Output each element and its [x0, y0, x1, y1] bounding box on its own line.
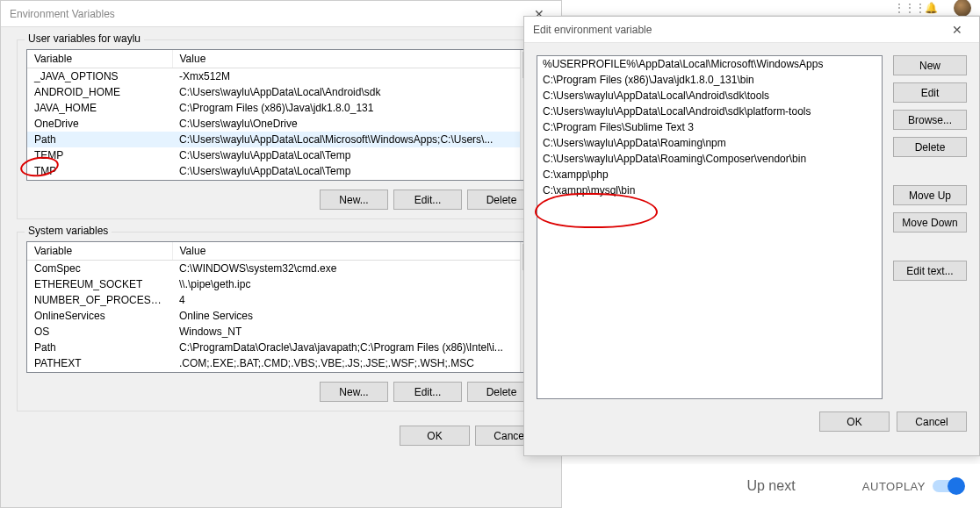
table-row[interactable]: TMPC:\Users\waylu\AppData\Local\Temp: [27, 163, 535, 179]
col-variable[interactable]: Variable: [27, 242, 172, 261]
table-row[interactable]: TEMPC:\Users\waylu\AppData\Local\Temp: [27, 147, 535, 163]
table-row[interactable]: PathC:\ProgramData\Oracle\Java\javapath;…: [27, 340, 535, 355]
var-name: TMP: [27, 163, 172, 179]
system-variables-table[interactable]: Variable Value ComSpecC:\WINDOWS\system3…: [26, 241, 536, 373]
system-variables-label: System variables: [25, 225, 112, 237]
table-row[interactable]: PathC:\Users\waylu\AppData\Local\Microso…: [27, 132, 535, 147]
var-value: C:\Users\waylu\AppData\Local\Temp: [172, 163, 535, 179]
table-row[interactable]: PATHEXT.COM;.EXE;.BAT;.CMD;.VBS;.VBE;.JS…: [27, 355, 535, 371]
table-row[interactable]: ETHEREUM_SOCKET\\.\pipe\geth.ipc: [27, 276, 535, 292]
edit-ok-button[interactable]: OK: [819, 411, 890, 432]
var-value: C:\ProgramData\Oracle\Java\javapath;C:\P…: [172, 340, 535, 355]
edit-text-button[interactable]: Edit text...: [893, 261, 967, 281]
var-value: C:\Users\waylu\AppData\Local\Microsoft\W…: [172, 132, 535, 147]
col-value[interactable]: Value: [172, 242, 535, 261]
var-name: Path: [27, 132, 172, 147]
var-value: Online Services: [172, 308, 535, 324]
user-variables-group: User variables for waylu Variable Value …: [17, 39, 545, 219]
list-item[interactable]: C:\Users\waylu\AppData\Local\Android\sdk…: [537, 104, 882, 119]
delete-button[interactable]: Delete: [893, 137, 967, 157]
var-value: -Xmx512M: [172, 68, 535, 85]
var-name: ETHEREUM_SOCKET: [27, 276, 172, 292]
col-variable[interactable]: Variable: [27, 50, 172, 68]
move-down-button[interactable]: Move Down: [893, 212, 967, 233]
var-value: C:\Users\waylu\AppData\Local\Android\sdk: [172, 84, 535, 100]
var-name: ComSpec: [27, 261, 172, 277]
var-value: C:\Users\waylu\OneDrive: [172, 116, 535, 132]
var-name: NUMBER_OF_PROCESSORS: [27, 292, 172, 308]
path-entries-list[interactable]: %USERPROFILE%\AppData\Local\Microsoft\Wi…: [537, 55, 883, 399]
edit-title: Edit environment variable: [533, 24, 652, 36]
list-item[interactable]: C:\Users\waylu\AppData\Roaming\npm: [537, 135, 882, 151]
environment-variables-dialog: Environment Variables ✕ User variables f…: [0, 0, 562, 508]
var-name: PATHEXT: [27, 355, 172, 371]
table-row[interactable]: JAVA_HOMEC:\Program Files (x86)\Java\jdk…: [27, 100, 535, 116]
env-titlebar[interactable]: Environment Variables ✕: [1, 1, 561, 27]
edit-button[interactable]: Edit: [893, 82, 967, 103]
edit-cancel-button[interactable]: Cancel: [897, 411, 967, 432]
var-name: OnlineServices: [27, 308, 172, 324]
browse-button[interactable]: Browse...: [893, 110, 967, 130]
user-variables-label: User variables for waylu: [25, 32, 144, 45]
table-row[interactable]: OnlineServicesOnline Services: [27, 308, 535, 324]
table-row[interactable]: _JAVA_OPTIONS-Xmx512M: [27, 68, 535, 85]
close-icon[interactable]: ✕: [944, 23, 970, 37]
var-value: C:\Users\waylu\AppData\Local\Temp: [172, 147, 535, 163]
sys-edit-button[interactable]: Edit...: [393, 382, 462, 402]
env-title: Environment Variables: [10, 8, 115, 20]
var-name: JAVA_HOME: [27, 100, 172, 116]
upnext-label: Up next: [746, 478, 795, 494]
var-name: OneDrive: [27, 116, 172, 132]
list-item[interactable]: C:\xampp\mysql\bin: [537, 182, 882, 198]
background-topbar: ⋮⋮⋮ 🔔: [562, 0, 980, 16]
list-item[interactable]: C:\Users\waylu\AppData\Local\Android\sdk…: [537, 88, 882, 104]
autoplay-toggle[interactable]: [933, 480, 962, 492]
edit-env-variable-dialog: Edit environment variable ✕ %USERPROFILE…: [523, 16, 980, 456]
sys-new-button[interactable]: New...: [320, 382, 388, 402]
table-row[interactable]: OneDriveC:\Users\waylu\OneDrive: [27, 116, 535, 132]
edit-titlebar[interactable]: Edit environment variable ✕: [524, 17, 979, 43]
user-variables-table[interactable]: Variable Value _JAVA_OPTIONS-Xmx512MANDR…: [26, 49, 536, 181]
table-row[interactable]: ComSpecC:\WINDOWS\system32\cmd.exe: [27, 261, 535, 277]
system-variables-group: System variables Variable Value ComSpecC…: [17, 232, 545, 411]
table-row[interactable]: ANDROID_HOMEC:\Users\waylu\AppData\Local…: [27, 84, 535, 100]
apps-icon[interactable]: ⋮⋮⋮: [894, 2, 908, 14]
bell-icon[interactable]: 🔔: [924, 2, 938, 14]
var-value: .COM;.EXE;.BAT;.CMD;.VBS;.VBE;.JS;.JSE;.…: [172, 355, 535, 371]
col-value[interactable]: Value: [172, 50, 535, 68]
list-item[interactable]: C:\Users\waylu\AppData\Roaming\Composer\…: [537, 151, 882, 167]
avatar[interactable]: [954, 0, 971, 17]
var-value: Windows_NT: [172, 324, 535, 340]
var-name: ANDROID_HOME: [27, 84, 172, 100]
move-up-button[interactable]: Move Up: [893, 185, 967, 205]
var-value: C:\Program Files (x86)\Java\jdk1.8.0_131: [172, 100, 535, 116]
var-value: 4: [172, 292, 535, 308]
new-button[interactable]: New: [893, 55, 967, 75]
background-upnext-bar: Up next AUTOPLAY: [562, 464, 980, 508]
user-new-button[interactable]: New...: [320, 190, 388, 210]
var-value: C:\WINDOWS\system32\cmd.exe: [172, 261, 535, 277]
table-row[interactable]: OSWindows_NT: [27, 324, 535, 340]
list-item[interactable]: C:\Program Files\Sublime Text 3: [537, 119, 882, 135]
var-name: Path: [27, 340, 172, 355]
var-value: \\.\pipe\geth.ipc: [172, 276, 535, 292]
var-name: OS: [27, 324, 172, 340]
var-name: TEMP: [27, 147, 172, 163]
table-row[interactable]: NUMBER_OF_PROCESSORS4: [27, 292, 535, 308]
user-edit-button[interactable]: Edit...: [393, 190, 462, 210]
autoplay-label: AUTOPLAY: [862, 480, 926, 493]
list-item[interactable]: %USERPROFILE%\AppData\Local\Microsoft\Wi…: [537, 56, 882, 72]
var-name: _JAVA_OPTIONS: [27, 68, 172, 85]
env-ok-button[interactable]: OK: [400, 426, 470, 446]
list-item[interactable]: C:\Program Files (x86)\Java\jdk1.8.0_131…: [537, 72, 882, 88]
list-item[interactable]: C:\xampp\php: [537, 167, 882, 182]
